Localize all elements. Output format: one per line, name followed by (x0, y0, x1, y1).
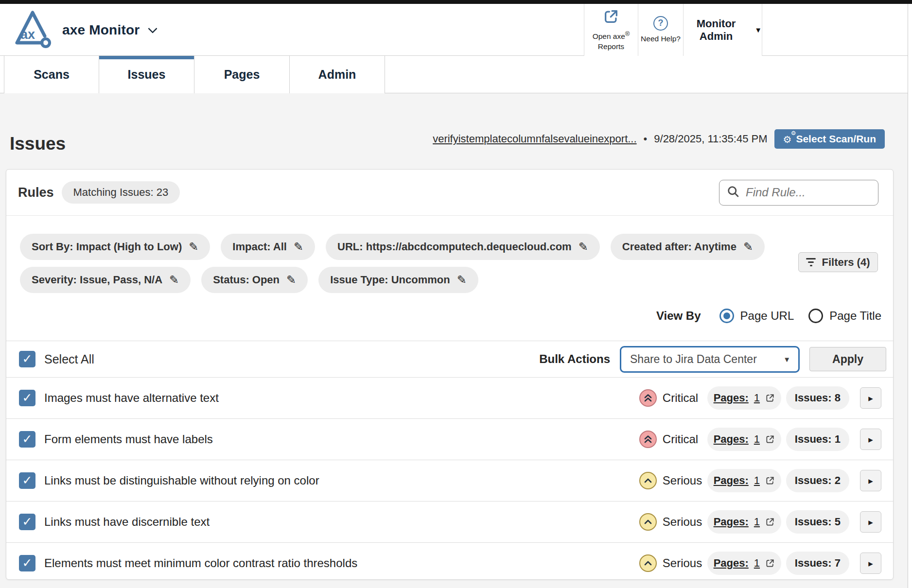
external-link-icon (765, 393, 775, 403)
radio-icon[interactable] (719, 309, 734, 323)
check-icon: ✓ (22, 474, 33, 486)
svg-text:ax: ax (20, 27, 35, 42)
rules-title: Rules (18, 185, 54, 200)
filters-button[interactable]: Filters (4) (798, 252, 878, 272)
top-black-bar (0, 0, 912, 4)
filter-chip-sort-by[interactable]: Sort By: Impact (High to Low)✎ (20, 234, 210, 260)
external-link-icon (765, 558, 775, 568)
bulk-actions-label: Bulk Actions (539, 352, 610, 366)
filter-chip-url[interactable]: URL: https://abcdcomputech.dequecloud.co… (326, 234, 600, 260)
registered-mark: ® (625, 30, 630, 37)
external-link-icon (603, 8, 619, 27)
row-right-cluster: Critical Pages: 1 Issues: 1 ▸ (639, 428, 881, 451)
radio-page-url[interactable]: Page URL (719, 309, 794, 323)
need-help-button[interactable]: ? Need Help? (638, 4, 683, 56)
user-menu[interactable]: Monitor Admin ▼ (683, 4, 762, 56)
app-header: ax axe Monitor Open axe®Reports ? Need H… (0, 4, 912, 56)
chevron-right-icon: ▸ (868, 476, 873, 485)
filter-chip-created-after[interactable]: Created after: Anytime✎ (611, 234, 765, 260)
severity: Serious (639, 513, 704, 531)
severity: Critical (639, 389, 704, 407)
row-checkbox[interactable]: ✓ (19, 390, 35, 406)
open-axe-reports-button[interactable]: Open axe®Reports (584, 4, 638, 56)
pages-link-pill[interactable]: Pages: 1 (707, 552, 781, 575)
severity-label: Serious (663, 556, 702, 570)
scan-run-link[interactable]: verifyistemplatecolumnfalsevalueinexport… (433, 133, 636, 145)
search-input[interactable] (746, 186, 871, 199)
rule-name: Images must have alternative text (44, 391, 219, 405)
edit-pencil-icon: ✎ (294, 240, 303, 254)
brand-menu[interactable]: ax axe Monitor (13, 4, 156, 56)
expand-row-button[interactable]: ▸ (860, 429, 881, 450)
rule-name: Links must have discernible text (44, 515, 210, 529)
severity-serious-icon (639, 554, 657, 572)
radio-page-title[interactable]: Page Title (808, 309, 881, 323)
expand-row-button[interactable]: ▸ (860, 387, 881, 409)
issue-row: ✓ Elements must meet minimum color contr… (6, 542, 893, 580)
vertical-scrollbar[interactable] (908, 4, 912, 588)
row-right-cluster: Serious Pages: 1 Issues: 2 ▸ (639, 469, 881, 492)
search-icon (726, 185, 740, 200)
radio-icon[interactable] (808, 309, 823, 323)
severity-label: Critical (663, 391, 698, 405)
issue-rule-list: ✓ Images must have alternative text Crit… (6, 377, 893, 580)
filter-chip-status[interactable]: Status: Open✎ (201, 267, 308, 293)
pages-link-pill[interactable]: Pages: 1 (707, 428, 781, 451)
tab-issues[interactable]: Issues (99, 56, 194, 93)
caret-down-icon: ▼ (754, 26, 762, 34)
rule-name: Links must be distinguishable without re… (44, 474, 319, 487)
severity-label: Serious (663, 474, 702, 487)
filter-chips-row-1: Sort By: Impact (High to Low)✎ Impact: A… (20, 234, 765, 260)
issue-row: ✓ Form elements must have labels Critica… (6, 418, 893, 460)
tab-pages[interactable]: Pages (194, 56, 290, 93)
severity-critical-icon (639, 389, 657, 407)
app-title: axe Monitor (62, 22, 140, 38)
tab-admin[interactable]: Admin (290, 56, 385, 93)
pages-link-pill[interactable]: Pages: 1 (707, 510, 781, 534)
edit-pencil-icon: ✎ (457, 273, 467, 287)
pages-link-pill[interactable]: Pages: 1 (707, 469, 781, 492)
select-scan-run-button[interactable]: ⚙⚙ Select Scan/Run (774, 129, 885, 149)
severity-serious-icon (639, 513, 657, 531)
check-icon: ✓ (22, 353, 33, 365)
pages-link-pill[interactable]: Pages: 1 (707, 386, 781, 410)
bulk-actions-select[interactable]: Share to Jira Data Center ▼ (620, 346, 800, 373)
apply-button[interactable]: Apply (809, 347, 886, 371)
severity: Serious (639, 554, 704, 572)
filter-chip-issue-type[interactable]: Issue Type: Uncommon✎ (318, 267, 478, 293)
row-checkbox[interactable]: ✓ (19, 555, 35, 571)
rule-name: Form elements must have labels (44, 432, 213, 446)
gears-icon: ⚙⚙ (783, 134, 792, 144)
scan-meta-row: verifyistemplatecolumnfalsevalueinexport… (369, 128, 885, 150)
expand-row-button[interactable]: ▸ (860, 470, 881, 491)
filter-chip-severity[interactable]: Severity: Issue, Pass, N/A✎ (20, 267, 191, 293)
tab-scans[interactable]: Scans (4, 56, 99, 93)
expand-row-button[interactable]: ▸ (860, 511, 881, 533)
severity: Critical (639, 431, 704, 448)
scan-timestamp: 9/28/2025, 11:35:45 PM (654, 133, 767, 145)
issues-count-badge: Issues: 2 (786, 469, 849, 492)
row-checkbox[interactable]: ✓ (19, 431, 35, 448)
chevron-right-icon: ▸ (868, 518, 873, 527)
row-right-cluster: Critical Pages: 1 Issues: 8 ▸ (639, 386, 881, 410)
open-axe-reports-label: Open axe®Reports (593, 30, 630, 51)
row-checkbox[interactable]: ✓ (19, 472, 35, 489)
row-checkbox[interactable]: ✓ (19, 514, 35, 530)
expand-row-button[interactable]: ▸ (860, 553, 881, 574)
check-icon: ✓ (22, 433, 33, 445)
select-all-label: Select All (44, 352, 94, 366)
select-all-checkbox[interactable]: ✓ (19, 351, 35, 367)
check-icon: ✓ (22, 516, 33, 528)
filter-chip-impact[interactable]: Impact: All✎ (221, 234, 315, 260)
axe-logo-icon: ax (13, 9, 53, 52)
external-link-icon (765, 517, 775, 527)
chevron-down-icon (148, 24, 158, 34)
filter-icon (806, 258, 816, 266)
filter-chips-row-2: Severity: Issue, Pass, N/A✎ Status: Open… (20, 267, 478, 293)
bullet-separator: • (644, 133, 648, 145)
severity-critical-icon (639, 431, 657, 448)
rule-name: Elements must meet minimum color contras… (44, 556, 357, 570)
chevron-right-icon: ▸ (868, 394, 873, 403)
severity-label: Serious (663, 515, 702, 529)
main-content: Issues verifyistemplatecolumnfalsevaluei… (0, 94, 912, 588)
